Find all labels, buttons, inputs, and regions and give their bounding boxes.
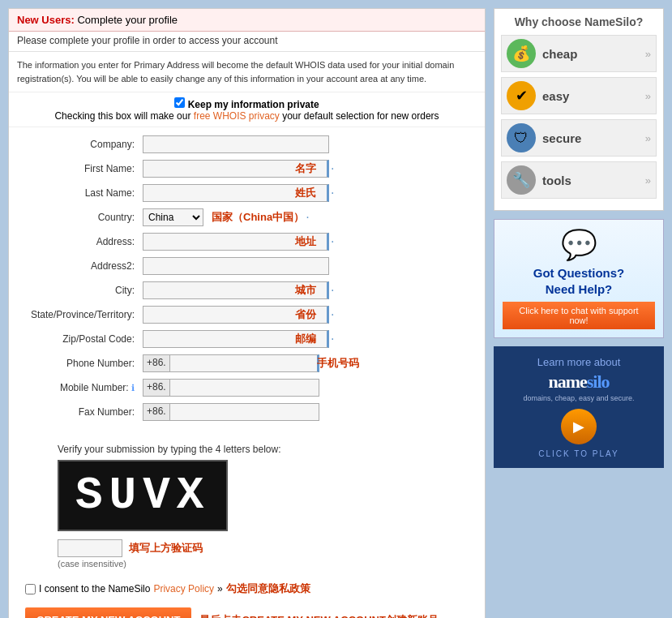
- why-choose-title: Why choose NameSilo?: [501, 15, 657, 28]
- why-choose-box: Why choose NameSilo? 💰 cheap » ✔ easy » …: [494, 8, 664, 211]
- phone-label: Phone Number:: [25, 358, 143, 369]
- fax-row: Fax Number: +86.: [25, 403, 469, 421]
- first-name-label: First Name:: [25, 163, 143, 174]
- privacy-checkbox[interactable]: [174, 97, 185, 108]
- mobile-info-icon: ℹ: [131, 383, 135, 393]
- zip-required: ·: [331, 332, 334, 346]
- address2-label: Address2:: [25, 260, 143, 272]
- why-item-easy[interactable]: ✔ easy »: [501, 77, 657, 114]
- easy-arrow-icon: »: [645, 90, 651, 102]
- mobile-prefix: +86.: [143, 379, 169, 397]
- privacy-note-before: Checking this box will make our: [54, 110, 190, 122]
- state-row: State/Province/Territory: 省份 ·: [25, 306, 469, 324]
- address-row: Address: 地址 ·: [25, 233, 469, 251]
- consent-hint: 勾选同意隐私政策: [226, 582, 310, 596]
- tools-label: tools: [542, 174, 645, 187]
- mobile-input[interactable]: [169, 379, 319, 397]
- tools-icon: 🔧: [507, 165, 536, 195]
- play-button[interactable]: ▶: [561, 409, 597, 444]
- first-name-required: ·: [331, 161, 334, 176]
- info-text: The information you enter for Primary Ad…: [9, 52, 485, 92]
- captcha-input-row: 填写上方验证码: [58, 539, 469, 557]
- video-box[interactable]: Learn more about namesilo domains, cheap…: [494, 346, 664, 468]
- privacy-row: Keep my information private Checking thi…: [9, 92, 485, 127]
- easy-label: easy: [542, 89, 645, 103]
- company-row: Company:: [25, 135, 469, 153]
- city-row: City: 城市 ·: [25, 281, 469, 299]
- first-name-hint: 名字: [295, 161, 316, 176]
- consent-checkbox[interactable]: [25, 584, 36, 594]
- address-label: Address:: [25, 236, 143, 247]
- captcha-hint: 填写上方验证码: [129, 541, 203, 556]
- country-label: Country:: [25, 212, 143, 223]
- main-panel: New Users: Complete your profile Please …: [8, 8, 486, 618]
- why-item-cheap[interactable]: 💰 cheap »: [501, 35, 657, 72]
- captcha-input[interactable]: [58, 539, 122, 557]
- privacy-label: Keep my information private: [188, 99, 319, 110]
- phone-row: Phone Number: +86. 手机号码 ·: [25, 354, 469, 372]
- create-account-button[interactable]: CREATE MY NEW ACCOUNT: [25, 607, 191, 618]
- company-input[interactable]: [143, 135, 329, 153]
- chat-box[interactable]: 💬 Got Questions? Need Help? Click here t…: [494, 219, 664, 338]
- country-required: ·: [306, 210, 309, 225]
- arrow-icon: »: [217, 583, 223, 594]
- sidebar: Why choose NameSilo? 💰 cheap » ✔ easy » …: [494, 8, 664, 618]
- alert-bar: New Users: Complete your profile: [9, 9, 485, 32]
- phone-prefix: +86.: [143, 354, 169, 372]
- why-item-tools[interactable]: 🔧 tools »: [501, 161, 657, 199]
- fax-label: Fax Number:: [25, 406, 143, 418]
- whois-privacy-link[interactable]: free WHOIS privacy: [194, 110, 280, 122]
- video-sub: domains, cheap, easy and secure.: [503, 394, 654, 402]
- alert-message: Complete your profile: [77, 14, 178, 26]
- last-name-row: Last Name: 姓氏 ·: [25, 184, 469, 202]
- captcha-section: Verify your submission by typing the 4 l…: [9, 436, 485, 577]
- mobile-label: Mobile Number: ℹ: [25, 382, 143, 393]
- mobile-row: Mobile Number: ℹ +86.: [25, 379, 469, 397]
- address2-row: Address2:: [25, 257, 469, 275]
- privacy-policy-link[interactable]: Privacy Policy: [153, 583, 214, 594]
- submit-hint: 最后点击CREATE MY NEW ACCOUNT创建新账号: [199, 613, 438, 619]
- privacy-note-after: your default selection for new orders: [282, 110, 439, 122]
- tools-arrow-icon: »: [645, 174, 651, 187]
- secure-icon: 🛡: [507, 123, 536, 152]
- chat-icon: 💬: [503, 228, 655, 262]
- why-item-secure[interactable]: 🛡 secure »: [501, 119, 657, 157]
- namesilo-logo: namesilo: [503, 371, 654, 393]
- chat-button[interactable]: Click here to chat with support now!: [503, 302, 655, 329]
- zip-row: Zip/Postal Code: 邮编 ·: [25, 330, 469, 348]
- last-name-hint: 姓氏: [295, 186, 316, 200]
- secure-arrow-icon: »: [645, 132, 651, 144]
- captcha-label: Verify your submission by typing the 4 l…: [58, 444, 469, 455]
- address-hint: 地址: [295, 234, 316, 249]
- address-required: ·: [331, 234, 334, 249]
- easy-icon: ✔: [507, 81, 536, 110]
- state-hint: 省份: [295, 307, 316, 322]
- first-name-row: First Name: 名字 ·: [25, 160, 469, 178]
- city-required: ·: [331, 283, 334, 298]
- state-required: ·: [331, 307, 334, 322]
- city-hint: 城市: [295, 283, 316, 298]
- new-users-label: New Users:: [17, 14, 75, 26]
- secure-label: secure: [542, 131, 645, 145]
- consent-row: I consent to the NameSilo Privacy Policy…: [9, 577, 485, 601]
- country-select[interactable]: China: [143, 208, 203, 226]
- cheap-arrow-icon: »: [645, 48, 651, 60]
- fax-prefix: +86.: [143, 403, 169, 421]
- phone-input[interactable]: [169, 354, 319, 372]
- fax-input[interactable]: [169, 403, 319, 421]
- country-row: Country: China 国家（China中国） ·: [25, 208, 469, 226]
- video-title: Learn more about: [503, 356, 654, 368]
- consent-prefix: I consent to the NameSilo: [39, 583, 150, 594]
- captcha-case-note: (case insensitive): [58, 559, 469, 569]
- click-to-play-label: CLICK TO PLAY: [503, 449, 654, 458]
- last-name-required: ·: [331, 186, 334, 200]
- zip-hint: 邮编: [295, 332, 316, 346]
- captcha-image: SUVX: [58, 460, 228, 531]
- last-name-label: Last Name:: [25, 187, 143, 199]
- zip-label: Zip/Postal Code:: [25, 333, 143, 345]
- alert-sub: Please complete your profile in order to…: [9, 32, 485, 52]
- address2-input[interactable]: [143, 257, 329, 275]
- state-label: State/Province/Territory:: [25, 309, 143, 320]
- cheap-label: cheap: [542, 47, 645, 61]
- form-section: Company: First Name: 名字 · Last Name:: [9, 127, 485, 436]
